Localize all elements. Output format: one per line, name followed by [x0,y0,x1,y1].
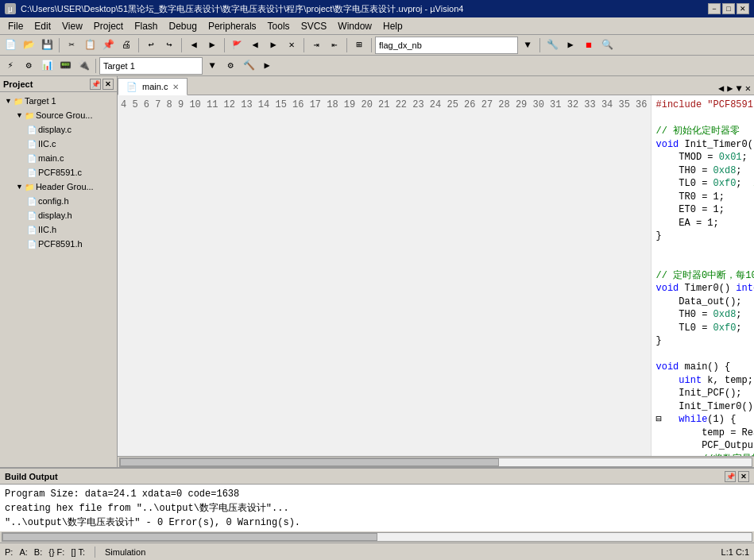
target-options-btn[interactable]: ⚙ [222,57,239,75]
close-button[interactable]: ✕ [737,3,749,14]
tab-menu-btn[interactable]: ▼ [737,83,742,95]
toolbar2: ⚡ ⚙ 📊 📟 🔌 ▼ ⚙ 🔨 ▶ [0,56,754,76]
minimize-button[interactable]: − [708,3,721,14]
periph-btn1[interactable]: ⚡ [2,57,19,75]
editor-tab-main-c[interactable]: 📄 main.c ✕ [118,78,188,95]
tree-item-PCF8591-c[interactable]: 📄PCF8591.c [2,165,115,180]
menu-item-project[interactable]: Project [89,19,128,33]
debug-btn[interactable]: 🔍 [598,37,616,54]
separator2 [138,38,139,52]
project-close-button[interactable]: ✕ [102,79,114,90]
editor-hscroll[interactable] [118,456,754,467]
nav-back-button[interactable]: ◀ [185,37,203,54]
separator7 [371,38,372,52]
tree-item-display-c[interactable]: 📄display.c [2,122,115,137]
separator6 [346,38,347,52]
build-pin-button[interactable]: 📌 [725,471,736,482]
target-dropdown[interactable] [99,57,203,75]
tree-item-Header-Grou---[interactable]: ▼📁Header Grou... [2,180,115,194]
paste-button[interactable]: 📌 [99,37,117,54]
tree-item-Source-Grou---[interactable]: ▼📁Source Grou... [2,108,115,122]
build-btn1[interactable]: 🔧 [543,37,561,54]
tree-item-IIC-c[interactable]: 📄IIC.c [2,137,115,151]
bookmark-next-button[interactable]: ▶ [265,37,282,54]
code-container: 4 5 6 7 8 9 10 11 12 13 14 15 16 17 18 1… [118,95,754,456]
menu-item-window[interactable]: Window [333,19,377,33]
nav-fwd-button[interactable]: ▶ [203,37,221,54]
build-header-icons: 📌 ✕ [725,471,749,482]
menu-item-view[interactable]: View [57,19,87,33]
menu-item-tools[interactable]: Tools [263,19,295,33]
project-title: Project [3,79,33,89]
status-separator [95,546,95,558]
flag-input[interactable] [375,37,518,54]
title-bar-left: μ C:\Users\USER\Desktop\51黑论坛_数字电压表设计\数字… [5,3,463,15]
tab-file-icon: 📄 [126,82,137,92]
menu-item-file[interactable]: File [3,19,28,33]
build-title: Build Output [5,472,58,481]
tab-close-button[interactable]: ✕ [172,83,179,91]
print-button[interactable]: 🖨 [118,37,135,54]
target-run-btn[interactable]: ▶ [258,57,276,75]
tree-item-config-h[interactable]: 📄config.h [2,194,115,208]
menu-item-flash[interactable]: Flash [130,19,162,33]
tab-action-icons: ◀ ▶ ▼ ✕ [715,83,754,95]
build-scrollbar[interactable] [0,531,754,543]
project-tree: ▼📁Target 1▼📁Source Grou...📄display.c📄IIC… [0,92,117,467]
project-header-icons: 📌 ✕ [90,79,114,90]
status-a: A: [19,547,27,557]
tree-item-PCF8591-h[interactable]: 📄PCF8591.h [2,237,115,251]
menu-item-svcs[interactable]: SVCS [296,19,332,33]
menu-item-edit[interactable]: Edit [29,19,56,33]
target-build-btn[interactable]: 🔨 [240,57,257,75]
periph-btn5[interactable]: 🔌 [75,57,92,75]
menu-item-debug[interactable]: Debug [164,19,202,33]
build-scroll-track[interactable] [2,532,752,542]
undo-button[interactable]: ↩ [142,37,160,54]
target-dropdown-btn[interactable]: ▼ [203,57,221,75]
redo-button[interactable]: ↪ [160,37,178,54]
menu-bar: FileEditViewProjectFlashDebugPeripherals… [0,17,754,35]
title-controls[interactable]: − □ ✕ [708,3,749,14]
code-editor[interactable]: #include "PCF8591.h" // 初始化定时器零 void Ini… [652,95,754,456]
tab-close-all-btn[interactable]: ✕ [745,83,751,95]
build-close-button[interactable]: ✕ [738,471,749,482]
tab-left-btn[interactable]: ◀ [718,83,724,95]
flag-dropdown-button[interactable]: ▼ [519,37,536,54]
periph-btn3[interactable]: 📊 [38,57,56,75]
maximize-button[interactable]: □ [722,3,735,14]
save-button[interactable]: 💾 [38,37,56,54]
tree-item-display-h[interactable]: 📄display.h [2,208,115,222]
tree-item-Target-1[interactable]: ▼📁Target 1 [2,94,115,108]
periph-btn4[interactable]: 📟 [56,57,74,75]
scrollbar-thumb[interactable] [120,458,499,466]
indent-button[interactable]: ⇥ [307,37,325,54]
menu-item-help[interactable]: Help [378,19,408,33]
cut-button[interactable]: ✂ [63,37,80,54]
simulation-label: Simulation [105,547,145,557]
horizontal-scrollbar[interactable] [119,458,752,467]
new-file-button[interactable]: 📄 [2,37,19,54]
stop-btn[interactable]: ⏹ [580,37,597,54]
separator5 [304,38,304,52]
bookmark-clear-button[interactable]: ✕ [283,37,300,54]
periph-btn2[interactable]: ⚙ [20,57,37,75]
open-file-button[interactable]: 📂 [20,37,37,54]
separator8 [539,38,540,52]
copy-button[interactable]: 📋 [81,37,99,54]
bookmark-button[interactable]: 🚩 [228,37,246,54]
tree-item-IIC-h[interactable]: 📄IIC.h [2,222,115,237]
menu-item-peripherals[interactable]: Peripherals [203,19,261,33]
tab-right-btn[interactable]: ▶ [727,83,733,95]
title-text: C:\Users\USER\Desktop\51黑论坛_数字电压表设计\数字电压… [21,3,463,15]
build-output-panel: Build Output 📌 ✕ Program Size: data=24.1… [0,467,754,543]
separator1 [59,38,60,52]
editor-tabs: 📄 main.c ✕ ◀ ▶ ▼ ✕ [118,76,754,95]
tree-item-main-c[interactable]: 📄main.c [2,151,115,165]
bookmark-prev-button[interactable]: ◀ [246,37,264,54]
run-btn[interactable]: ▶ [562,37,579,54]
project-pin-button[interactable]: 📌 [90,79,101,90]
expand-button[interactable]: ⊞ [350,37,368,54]
outdent-button[interactable]: ⇤ [326,37,343,54]
build-scroll-thumb[interactable] [2,533,377,541]
